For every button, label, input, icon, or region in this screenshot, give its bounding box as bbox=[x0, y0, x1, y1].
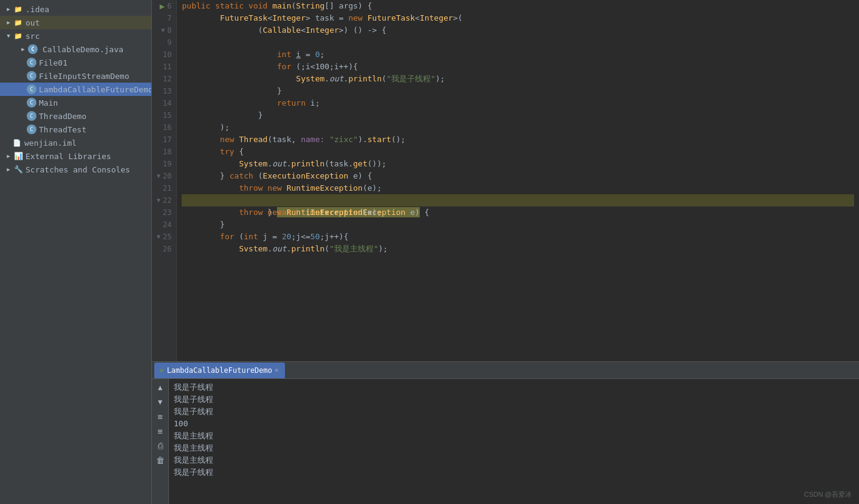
code-line-16: ); bbox=[182, 121, 854, 134]
code-line-9 bbox=[182, 36, 854, 49]
line-number-6: ▶ 6 bbox=[157, 0, 171, 12]
fold-icon[interactable]: ▼ bbox=[157, 231, 160, 243]
java-icon: C bbox=[27, 98, 36, 107]
bottom-panel: ▶ LambdaCallableFutureDemo ✕ ▲ ▼ ≡ ≡ ⎙ 🗑… bbox=[152, 361, 859, 504]
output-line-5: 我是主线程 bbox=[174, 430, 854, 442]
filter-button[interactable]: ≡ bbox=[154, 410, 166, 423]
line-number-19: 19 bbox=[157, 158, 171, 170]
collapse-arrow: ▶ bbox=[5, 166, 12, 173]
sidebar-item-fileinputstream[interactable]: C FileInputStreamDemo bbox=[0, 69, 151, 83]
fold-icon[interactable]: ▼ bbox=[157, 170, 160, 182]
sidebar-label: FileInputStreamDemo bbox=[39, 72, 129, 81]
output-text: 我是主线程 bbox=[174, 442, 213, 454]
sidebar-label: .idea bbox=[26, 5, 49, 14]
code-line-12: System.out.println("我是子线程"); bbox=[182, 73, 854, 85]
sidebar-item-idea[interactable]: ▶ 📁 .idea bbox=[0, 2, 151, 16]
scroll-down-button[interactable]: ▼ bbox=[154, 396, 166, 408]
code-editor[interactable]: ▶ 6 7 ▼ 8 9 10 bbox=[152, 0, 859, 361]
sidebar-label: src bbox=[26, 32, 39, 41]
code-line-7: FutureTask<Integer> task = new FutureTas… bbox=[182, 12, 854, 24]
line-number-17: 17 bbox=[157, 134, 171, 146]
code-line-26: Svstem.out.println("我是主线程"); bbox=[182, 243, 854, 255]
scratch-icon: 🔧 bbox=[13, 165, 23, 174]
line-number-13: 13 bbox=[157, 85, 171, 97]
code-line-10: int i = 0; bbox=[182, 49, 854, 61]
line-numbers: ▶ 6 7 ▼ 8 9 10 bbox=[152, 0, 177, 361]
fold-icon[interactable]: ▼ bbox=[157, 194, 160, 206]
sidebar-item-out[interactable]: ▶ 📁 out bbox=[0, 16, 151, 29]
sidebar-label: File01 bbox=[39, 58, 67, 67]
output-line-3: 我是子线程 bbox=[174, 406, 854, 418]
collapse-arrow: ▶ bbox=[5, 19, 12, 26]
line-number-24: 24 bbox=[157, 219, 171, 231]
collapse-arrow: ▶ bbox=[5, 152, 12, 160]
java-icon: C bbox=[27, 124, 36, 134]
output-text: 我是主线程 bbox=[174, 430, 213, 442]
code-line-15: } bbox=[182, 109, 854, 121]
line-number-10: 10 bbox=[157, 49, 171, 61]
code-line-11: for (;i<100;i++){ bbox=[182, 61, 854, 73]
code-line-20: } catch (ExecutionException e) { bbox=[182, 170, 854, 182]
sidebar-item-scratches[interactable]: ▶ 🔧 Scratches and Consoles bbox=[0, 163, 151, 176]
folder-icon: 📁 bbox=[13, 31, 23, 41]
run-toolbar: ▲ ▼ ≡ ≡ ⎙ 🗑 bbox=[152, 379, 169, 504]
sidebar-label: External Libraries bbox=[26, 152, 111, 161]
output-line-8: 我是子线程 bbox=[174, 466, 854, 478]
sidebar-label: CallableDemo.java bbox=[43, 45, 123, 54]
iml-icon: 📄 bbox=[12, 138, 22, 148]
code-line-17: new Thread(task, name: "zixc").start(); bbox=[182, 134, 854, 146]
sort-button[interactable]: ≡ bbox=[154, 425, 166, 437]
output-area: 我是子线程 我是子线程 我是子线程 100 我是主线程 我是 bbox=[169, 379, 859, 504]
line-number-9: 9 bbox=[157, 36, 171, 49]
line-number-23: 23 bbox=[157, 206, 171, 219]
line-number-22: ▼ 22 bbox=[157, 194, 171, 206]
sidebar-item-extlibs[interactable]: ▶ 📊 External Libraries bbox=[0, 149, 151, 163]
watermark: CSDN @吾爱冰 bbox=[804, 490, 852, 499]
sidebar-item-callable[interactable]: ▶ C CallableDemo.java bbox=[0, 43, 151, 56]
java-icon: C bbox=[27, 84, 36, 94]
project-tree[interactable]: ▶ 📁 .idea ▶ 📁 out ▼ 📁 src ▶ C CallableDe… bbox=[0, 0, 152, 504]
line-number-7: 7 bbox=[157, 12, 171, 24]
sidebar-label: Scratches and Consoles bbox=[26, 165, 130, 174]
sidebar-label: LambdaCallableFutureDemo bbox=[39, 85, 152, 94]
run-tab-icon: ▶ bbox=[160, 366, 165, 374]
output-line-7: 我是主线程 bbox=[174, 454, 854, 466]
sidebar-item-file01[interactable]: C File01 bbox=[0, 56, 151, 69]
bottom-content: ▲ ▼ ≡ ≡ ⎙ 🗑 我是子线程 我是子线程 我是子线程 bbox=[152, 379, 859, 504]
line-number-12: 12 bbox=[157, 73, 171, 85]
code-lines: public static void main(String[] args) {… bbox=[177, 0, 859, 361]
sidebar-item-threaddemo[interactable]: C ThreadDemo bbox=[0, 109, 151, 123]
code-line-24: } bbox=[182, 219, 854, 231]
java-icon: C bbox=[27, 58, 36, 67]
code-line-13: } bbox=[182, 85, 854, 97]
run-tab[interactable]: ▶ LambdaCallableFutureDemo ✕ bbox=[154, 363, 285, 378]
sidebar-item-threadtest[interactable]: C ThreadTest bbox=[0, 123, 151, 136]
output-text: 我是子线程 bbox=[174, 466, 213, 478]
fold-icon[interactable]: ▼ bbox=[161, 24, 165, 36]
code-line-6: public static void main(String[] args) { bbox=[182, 0, 854, 12]
sidebar-item-main[interactable]: C Main bbox=[0, 96, 151, 109]
output-text: 我是主线程 bbox=[174, 454, 213, 466]
sidebar-item-src[interactable]: ▼ 📁 src bbox=[0, 29, 151, 43]
sidebar-label: ThreadDemo bbox=[39, 112, 86, 121]
line-number-8: ▼ 8 bbox=[157, 24, 171, 36]
code-line-23: throw new RuntimeException(e); bbox=[182, 206, 854, 219]
line-number-14: 14 bbox=[157, 97, 171, 109]
java-icon: C bbox=[28, 44, 38, 54]
sidebar-item-wenjian[interactable]: 📄 wenjian.iml bbox=[0, 136, 151, 149]
exec-arrow-icon: ▶ bbox=[160, 0, 165, 12]
collapse-arrow: ▼ bbox=[5, 32, 12, 39]
close-tab-button[interactable]: ✕ bbox=[275, 366, 279, 374]
print-button[interactable]: ⎙ bbox=[154, 440, 166, 452]
java-icon: C bbox=[27, 111, 36, 121]
folder-icon: 📁 bbox=[13, 18, 23, 27]
code-line-22: } catch (InterruptedException e) { bbox=[182, 194, 854, 206]
clear-button[interactable]: 🗑 bbox=[154, 454, 166, 466]
sidebar-label: wenjian.iml bbox=[24, 138, 77, 148]
sidebar-item-lambdacallable[interactable]: C LambdaCallableFutureDemo bbox=[0, 83, 151, 96]
line-number-15: 15 bbox=[157, 109, 171, 121]
run-tab-label: LambdaCallableFutureDemo bbox=[167, 366, 272, 375]
bottom-tab-bar: ▶ LambdaCallableFutureDemo ✕ bbox=[152, 362, 859, 379]
output-text: 我是子线程 bbox=[174, 381, 213, 393]
scroll-up-button[interactable]: ▲ bbox=[154, 381, 166, 393]
